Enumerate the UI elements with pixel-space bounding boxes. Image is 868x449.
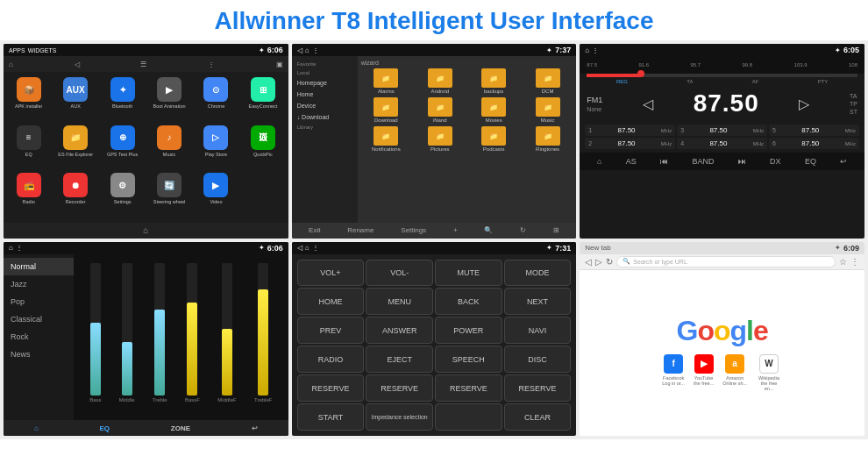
freq-slider[interactable] — [587, 74, 857, 77]
btn-home[interactable]: HOME — [297, 288, 365, 315]
btn-eject[interactable]: EJECT — [366, 346, 433, 373]
menu-icon[interactable]: ⋮ — [208, 61, 215, 68]
file-dcm[interactable]: 📁 DCM — [523, 68, 573, 94]
app-easyconnect[interactable]: ⊞ EasyConnect — [241, 77, 284, 122]
file-download[interactable]: 📁 Download — [361, 97, 411, 123]
app-aux[interactable]: AUX AUX — [53, 77, 96, 122]
btn-mode[interactable]: MODE — [504, 260, 572, 287]
back-btn[interactable]: ◁ — [297, 46, 302, 54]
preset-normal[interactable]: Normal — [4, 258, 74, 275]
btn-navi[interactable]: NAVI — [504, 317, 572, 344]
zone-label[interactable]: ZONE — [171, 424, 190, 432]
preset-6[interactable]: 6 87.50 MHz — [769, 138, 859, 149]
eq-label[interactable]: EQ — [99, 424, 110, 432]
btn-reserve-4[interactable]: RESERVE — [504, 374, 572, 402]
btn-disc[interactable]: DISC — [504, 346, 572, 373]
app-gps[interactable]: ⊕ GPS Test Plus — [101, 125, 144, 170]
prev-btn[interactable]: ⏮ — [660, 157, 668, 166]
menu-btn[interactable]: ⋮ — [592, 46, 599, 54]
shortcut-wikipedia[interactable]: W Wikipediathe free en... — [756, 354, 782, 391]
as-btn[interactable]: AS — [626, 157, 637, 166]
app-settings[interactable]: ⚙ Settings — [101, 173, 144, 217]
next-btn[interactable]: ⏭ — [738, 157, 746, 166]
home-icon[interactable]: ⌂ — [9, 61, 13, 68]
back-eq[interactable]: ↩ — [252, 424, 258, 432]
dx-btn[interactable]: DX — [770, 157, 781, 166]
file-notifications[interactable]: 📁 Notifications — [361, 126, 411, 152]
btn-clear[interactable]: CLEAR — [504, 403, 572, 431]
btn-answer[interactable]: ANSWER — [366, 317, 433, 344]
file-alarms[interactable]: 📁 Alarms — [361, 68, 411, 94]
btn-start[interactable]: START — [297, 403, 365, 431]
file-podcasts[interactable]: 📁 Podcasts — [468, 126, 518, 152]
rename-btn[interactable]: Rename — [347, 226, 374, 234]
file-inand[interactable]: 📁 iNand — [415, 97, 465, 123]
btn-prev[interactable]: PREV — [297, 317, 365, 344]
btn-radio[interactable]: RADIO — [297, 346, 365, 373]
home-ctrl[interactable]: ⌂ — [597, 157, 601, 166]
app-chrome[interactable]: ⊙ Chrome — [195, 77, 238, 122]
back-btn[interactable]: ↩ — [840, 157, 847, 166]
btn-vol-down[interactable]: VOL- — [366, 260, 433, 287]
preset-2[interactable]: 2 87.50 MHz — [585, 138, 675, 149]
app-steering[interactable]: 🔄 Steering wheel — [147, 173, 190, 217]
add-btn[interactable]: + — [453, 226, 458, 234]
sidebar-home[interactable]: Home — [292, 89, 358, 100]
search-btn[interactable]: 🔍 — [484, 226, 493, 234]
file-backups[interactable]: 📁 backups — [468, 68, 518, 94]
forward-browser[interactable]: ▷ — [595, 257, 602, 267]
settings-btn[interactable]: Settings — [401, 226, 426, 234]
app-bluetooth[interactable]: ✦ Bluetooth — [101, 77, 144, 122]
preset-5[interactable]: 5 87.50 MHz — [769, 125, 859, 136]
shortcut-amazon[interactable]: a AmazonOnline sh... — [722, 354, 747, 391]
home-btn[interactable]: ⌂ — [305, 46, 309, 54]
bookmark-btn[interactable]: ☆ — [839, 257, 847, 267]
screen-icon[interactable]: ▣ — [276, 61, 283, 68]
app-video[interactable]: ▶ Video — [195, 173, 238, 217]
preset-jazz[interactable]: Jazz — [4, 275, 74, 293]
more-btn[interactable]: ⋮ — [850, 257, 859, 267]
app-apk-installer[interactable]: 📦 APK installer — [7, 77, 50, 122]
app-eq[interactable]: ≡ EQ — [7, 125, 50, 170]
back-btn-5[interactable]: ◁ — [297, 244, 302, 252]
file-movies[interactable]: 📁 Movies — [468, 97, 518, 123]
home-btn[interactable]: ⌂ — [143, 225, 148, 235]
app-radio[interactable]: 📻 Radio — [7, 173, 50, 217]
btn-speech[interactable]: SPEECH — [435, 346, 502, 373]
app-recorder[interactable]: ⏺ Recorder — [53, 173, 96, 217]
preset-pop[interactable]: Pop — [4, 293, 74, 310]
preset-1[interactable]: 1 87.50 MHz — [585, 125, 675, 136]
home-eq[interactable]: ⌂ — [34, 424, 39, 432]
shortcut-youtube[interactable]: ▶ YouTubethe free... — [694, 354, 714, 391]
refresh-btn[interactable]: ↻ — [520, 226, 526, 234]
preset-news[interactable]: News — [4, 346, 74, 363]
next-freq-btn[interactable]: ▷ — [799, 96, 809, 112]
preset-rock[interactable]: Rock — [4, 328, 74, 346]
app-boot-animation[interactable]: ▶ Boot Animation — [147, 77, 190, 122]
sidebar-homepage[interactable]: Homepage — [292, 77, 358, 89]
btn-reserve-1[interactable]: RESERVE — [297, 374, 365, 402]
view-btn[interactable]: ⊞ — [553, 226, 559, 234]
btn-vol-up[interactable]: VOL+ — [297, 260, 365, 287]
btn-next[interactable]: NEXT — [504, 288, 572, 315]
btn-back[interactable]: BACK — [435, 288, 502, 315]
eq-btn[interactable]: EQ — [805, 157, 816, 166]
home-btn-5[interactable]: ⌂ — [305, 244, 309, 252]
back-browser[interactable]: ◁ — [585, 257, 592, 267]
btn-reserve-3[interactable]: RESERVE — [435, 374, 502, 402]
preset-classical[interactable]: Classical — [4, 310, 74, 328]
back-icon[interactable]: ◁ — [75, 61, 80, 68]
btn-impedance[interactable]: Impedance selection — [366, 403, 433, 431]
file-music[interactable]: 📁 Music — [523, 97, 573, 123]
sidebar-device[interactable]: Device — [292, 100, 358, 111]
menu-btn[interactable]: ⋮ — [312, 46, 319, 54]
preset-4[interactable]: 4 87.50 MHz — [677, 138, 767, 149]
file-ringtones[interactable]: 📁 Ringtones — [523, 126, 573, 152]
file-pictures[interactable]: 📁 Pictures — [415, 126, 465, 152]
preset-3[interactable]: 3 87.50 MHz — [677, 125, 767, 136]
menu-btn-5[interactable]: ⋮ — [312, 244, 319, 252]
sidebar-download[interactable]: ↓ Download — [292, 111, 358, 123]
recent-icon[interactable]: ☰ — [140, 61, 146, 68]
shortcut-facebook[interactable]: f FacebookLog in or... — [662, 354, 685, 391]
file-android[interactable]: 📁 Android — [415, 68, 465, 94]
